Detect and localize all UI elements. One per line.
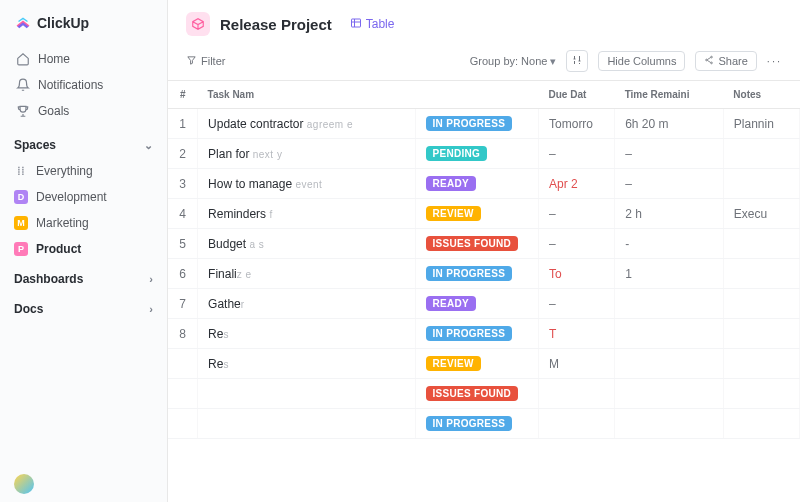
cell-notes[interactable] (723, 379, 799, 409)
status-badge: IN PROGRESS (426, 266, 513, 281)
cell-status[interactable]: PENDING (415, 139, 539, 169)
table-row[interactable]: 8ResIN PROGRESST (168, 319, 800, 349)
cell-task-name[interactable]: Res (198, 319, 415, 349)
status-badge: IN PROGRESS (426, 116, 513, 131)
table-row[interactable]: 1Update contractor agreem eIN PROGRESSTo… (168, 109, 800, 139)
space-everything[interactable]: ⁞⁞ Everything (0, 158, 167, 184)
cell-status[interactable]: IN PROGRESS (415, 319, 539, 349)
cell-time-remaining[interactable] (615, 289, 724, 319)
cell-due-date[interactable]: – (539, 289, 615, 319)
cell-status[interactable]: ISSUES FOUND (415, 229, 539, 259)
cell-status[interactable]: ISSUES FOUND (415, 379, 539, 409)
cell-due-date[interactable]: To (539, 259, 615, 289)
avatar[interactable] (14, 474, 34, 494)
cell-status[interactable]: IN PROGRESS (415, 259, 539, 289)
table-row[interactable]: 7GatherREADY– (168, 289, 800, 319)
table-row[interactable]: 5Budget a sISSUES FOUND–- (168, 229, 800, 259)
space-item-marketing[interactable]: MMarketing (0, 210, 167, 236)
table-row[interactable]: ISSUES FOUND (168, 379, 800, 409)
spaces-header-label: Spaces (14, 138, 56, 152)
cell-task-name[interactable]: How to manage event (198, 169, 415, 199)
cell-due-date[interactable]: – (539, 139, 615, 169)
nav-notifications-label: Notifications (38, 78, 103, 92)
cell-due-date[interactable]: – (539, 229, 615, 259)
space-item-development[interactable]: DDevelopment (0, 184, 167, 210)
cell-task-name[interactable] (198, 409, 415, 439)
cell-due-date[interactable]: T (539, 319, 615, 349)
brand-logo[interactable]: ClickUp (0, 0, 167, 42)
cell-task-name[interactable]: Budget a s (198, 229, 415, 259)
more-menu-button[interactable]: ··· (767, 55, 782, 67)
cell-task-name[interactable]: Reminders f (198, 199, 415, 229)
status-badge: ISSUES FOUND (426, 386, 519, 401)
cell-task-name[interactable]: Update contractor agreem e (198, 109, 415, 139)
cell-notes[interactable] (723, 289, 799, 319)
group-by-selector[interactable]: Group by: None ▾ (470, 55, 557, 68)
col-task-name[interactable]: Task Nam (198, 81, 415, 109)
dashboards-header[interactable]: Dashboards › (0, 262, 167, 292)
view-tab-table[interactable]: Table (342, 14, 403, 35)
nav-home[interactable]: Home (6, 46, 161, 72)
cell-time-remaining[interactable] (615, 349, 724, 379)
cell-status[interactable]: READY (415, 169, 539, 199)
cell-due-date[interactable]: Tomorro (539, 109, 615, 139)
cell-notes[interactable] (723, 319, 799, 349)
cell-notes[interactable]: Execu (723, 199, 799, 229)
col-index[interactable]: # (168, 81, 198, 109)
table-row[interactable]: ResREVIEWM (168, 349, 800, 379)
cell-task-name[interactable] (198, 379, 415, 409)
space-item-product[interactable]: PProduct (0, 236, 167, 262)
cell-status[interactable]: IN PROGRESS (415, 409, 539, 439)
cell-status[interactable]: REVIEW (415, 199, 539, 229)
col-time-remaining[interactable]: Time Remaini (615, 81, 724, 109)
cell-time-remaining[interactable]: 6h 20 m (615, 109, 724, 139)
settings-button[interactable] (566, 50, 588, 72)
cell-task-name[interactable]: Plan for next y (198, 139, 415, 169)
cell-notes[interactable] (723, 349, 799, 379)
table-row[interactable]: 6Finaliz eIN PROGRESSTo1 (168, 259, 800, 289)
cell-time-remaining[interactable]: 2 h (615, 199, 724, 229)
cell-notes[interactable] (723, 409, 799, 439)
cell-notes[interactable] (723, 229, 799, 259)
col-notes[interactable]: Notes (723, 81, 799, 109)
cell-notes[interactable] (723, 169, 799, 199)
cell-task-name[interactable]: Gather (198, 289, 415, 319)
table-row[interactable]: 4Reminders fREVIEW–2 hExecu (168, 199, 800, 229)
filter-button[interactable]: Filter (186, 55, 225, 68)
share-button[interactable]: Share (695, 51, 756, 71)
cell-due-date[interactable] (539, 379, 615, 409)
cell-index (168, 409, 198, 439)
cell-due-date[interactable]: M (539, 349, 615, 379)
cell-time-remaining[interactable]: 1 (615, 259, 724, 289)
cell-time-remaining[interactable]: - (615, 229, 724, 259)
table-scroll[interactable]: # Task Nam Due Dat Time Remaini Notes 1U… (168, 81, 800, 502)
cell-time-remaining[interactable] (615, 379, 724, 409)
status-badge: REVIEW (426, 356, 481, 371)
nav-notifications[interactable]: Notifications (6, 72, 161, 98)
share-label: Share (718, 55, 747, 67)
cell-time-remaining[interactable] (615, 409, 724, 439)
col-due-date[interactable]: Due Dat (539, 81, 615, 109)
spaces-header[interactable]: Spaces ⌄ (0, 128, 167, 158)
cell-due-date[interactable]: – (539, 199, 615, 229)
cell-due-date[interactable] (539, 409, 615, 439)
cell-time-remaining[interactable]: – (615, 139, 724, 169)
cell-task-name[interactable]: Res (198, 349, 415, 379)
cell-notes[interactable] (723, 139, 799, 169)
cell-notes[interactable] (723, 259, 799, 289)
cell-due-date[interactable]: Apr 2 (539, 169, 615, 199)
cell-status[interactable]: REVIEW (415, 349, 539, 379)
cell-notes[interactable]: Plannin (723, 109, 799, 139)
table-row[interactable]: 3How to manage eventREADYApr 2– (168, 169, 800, 199)
table-row[interactable]: IN PROGRESS (168, 409, 800, 439)
cell-task-name[interactable]: Finaliz e (198, 259, 415, 289)
col-status[interactable] (415, 81, 539, 109)
docs-header[interactable]: Docs › (0, 292, 167, 322)
nav-goals[interactable]: Goals (6, 98, 161, 124)
cell-status[interactable]: IN PROGRESS (415, 109, 539, 139)
cell-status[interactable]: READY (415, 289, 539, 319)
hide-columns-button[interactable]: Hide Columns (598, 51, 685, 71)
cell-time-remaining[interactable]: – (615, 169, 724, 199)
cell-time-remaining[interactable] (615, 319, 724, 349)
table-row[interactable]: 2Plan for next yPENDING–– (168, 139, 800, 169)
